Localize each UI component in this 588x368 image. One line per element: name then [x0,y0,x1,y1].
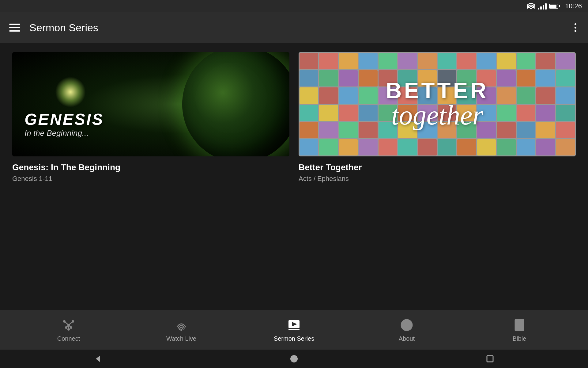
battery-icon [549,4,560,9]
status-icons: 10:26 [527,2,582,10]
bible-icon [512,317,527,333]
app-bar-left: Sermon Series [9,22,98,34]
recents-button[interactable] [482,351,498,366]
svg-point-9 [65,326,67,329]
about-label: About [399,335,415,342]
wifi-icon [527,3,535,9]
main-content: GENESIS In the Beginning... Genesis: In … [0,43,588,310]
svg-point-5 [72,320,74,323]
genesis-overlay-subtitle: In the Beginning... [24,128,104,138]
together-text: together [386,102,489,129]
connect-label: Connect [57,335,80,342]
genesis-info: Genesis: In The Beginning Genesis 1-11 [12,156,289,186]
svg-point-11 [180,329,182,331]
genesis-overlay-title: GENESIS [24,110,104,128]
svg-point-4 [63,320,66,323]
info-icon [399,317,414,333]
sermon-card-better-together[interactable]: BETTER together Better Together Acts / E… [299,52,576,186]
better-together-info: Better Together Acts / Ephesians [299,156,576,186]
sermon-card-genesis[interactable]: GENESIS In the Beginning... Genesis: In … [12,52,289,186]
svg-marker-21 [96,355,100,362]
svg-point-22 [290,355,298,362]
better-together-text-overlay: BETTER together [386,79,489,129]
play-icon [286,317,302,333]
genesis-image: GENESIS In the Beginning... [12,52,289,156]
svg-point-10 [70,326,72,329]
genesis-title: Genesis: In The Beginning [12,163,289,172]
more-options-icon[interactable] [572,21,579,34]
system-nav [0,350,588,368]
back-button[interactable] [90,351,106,366]
better-text: BETTER [386,79,489,102]
hamburger-menu-icon[interactable] [9,24,20,32]
nav-item-bible[interactable]: Bible [495,317,544,342]
svg-rect-14 [288,329,300,330]
connect-icon [61,317,76,333]
genesis-subtitle: Genesis 1-11 [12,175,289,183]
svg-point-6 [67,328,70,331]
app-bar: Sermon Series [0,12,588,43]
better-together-subtitle: Acts / Ephesians [299,175,576,183]
svg-rect-17 [406,324,407,328]
svg-point-16 [406,322,408,324]
svg-rect-23 [487,356,493,362]
nav-item-connect[interactable]: Connect [44,317,93,342]
bottom-nav: Connect Watch Live Sermon Series [0,310,588,350]
sermon-grid: GENESIS In the Beginning... Genesis: In … [12,52,576,186]
status-time: 10:26 [565,2,582,10]
status-bar: 10:26 [0,0,588,12]
app-title: Sermon Series [29,22,98,34]
bible-label: Bible [513,335,526,342]
watch-live-label: Watch Live [166,335,196,342]
signal-icon [538,3,547,10]
home-button[interactable] [286,351,302,366]
nav-item-about[interactable]: About [382,317,431,342]
sermon-series-label: Sermon Series [274,335,314,342]
broadcast-icon [174,317,189,333]
better-together-title: Better Together [299,163,576,172]
better-together-image: BETTER together [299,52,576,156]
nav-item-sermon-series[interactable]: Sermon Series [270,317,318,342]
nav-item-watch-live[interactable]: Watch Live [157,317,206,342]
